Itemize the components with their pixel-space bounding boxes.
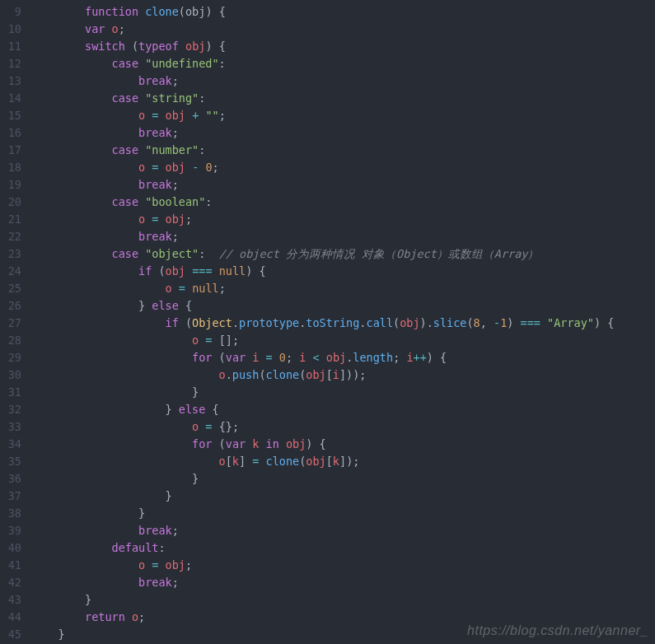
code-line: case "boolean":: [31, 194, 655, 211]
token-op: =: [266, 351, 273, 364]
code-line: }: [31, 591, 655, 609]
code-line: break;: [31, 574, 655, 591]
code-line: }: [31, 470, 655, 488]
line-number-gutter: 9101112131415161718192021222324252627282…: [0, 0, 31, 644]
line-number: 43: [0, 591, 21, 609]
code-line: o = obj;: [31, 211, 655, 228]
token-punc: {: [205, 403, 218, 416]
line-number: 20: [0, 194, 21, 211]
token-var: obj: [400, 316, 419, 329]
token-punc: ;: [286, 351, 299, 364]
line-number: 19: [0, 176, 21, 194]
token-plain: [279, 437, 286, 450]
token-var: i: [333, 368, 339, 381]
token-var: o: [192, 334, 199, 347]
token-param: obj: [185, 5, 205, 18]
line-number: 17: [0, 142, 21, 159]
token-punc: }: [58, 628, 65, 641]
code-line: case "string":: [31, 90, 655, 107]
token-kw: var: [85, 22, 105, 35]
code-line: for (var i = 0; i < obj.length; i++) {: [31, 349, 655, 366]
token-plain: [185, 161, 192, 174]
token-punc: {};: [219, 420, 239, 433]
token-fn: clone: [266, 368, 300, 381]
line-number: 22: [0, 228, 21, 245]
token-punc: ;: [172, 126, 179, 139]
token-plain: [105, 22, 111, 35]
line-number: 45: [0, 626, 21, 643]
token-str: "object": [145, 247, 199, 260]
line-number: 12: [0, 55, 21, 72]
line-number: 41: [0, 557, 21, 574]
token-num: 0: [205, 161, 212, 174]
token-op: =: [205, 334, 212, 347]
line-number: 25: [0, 280, 21, 297]
token-punc: ) {: [427, 351, 447, 364]
token-punc: }: [138, 506, 145, 520]
line-number: 13: [0, 72, 21, 90]
code-line: default:: [31, 539, 655, 557]
token-plain: [320, 351, 326, 364]
token-punc: }: [138, 299, 152, 312]
token-plain: [540, 316, 547, 329]
token-kw: case: [112, 195, 139, 208]
line-number: 16: [0, 124, 21, 142]
token-str: "undefined": [145, 57, 218, 70]
token-punc: ;: [172, 178, 179, 191]
token-punc: ;: [172, 524, 179, 537]
code-line: }: [31, 505, 655, 522]
token-fn: toString: [306, 316, 359, 329]
token-plain: [138, 195, 145, 208]
token-punc: :: [199, 91, 205, 105]
token-num: 8: [474, 316, 480, 329]
token-plain: [179, 40, 185, 53]
line-number: 33: [0, 418, 21, 436]
token-kw: return: [85, 610, 125, 623]
token-punc: ) {: [205, 40, 225, 53]
token-punc: ]: [239, 455, 252, 468]
line-number: 24: [0, 263, 21, 280]
line-number: 23: [0, 245, 21, 263]
token-kw: if: [138, 264, 152, 278]
token-punc: ;: [119, 22, 125, 35]
token-punc: ;: [172, 230, 179, 243]
token-kw: break: [138, 576, 172, 589]
token-punc: }: [192, 472, 199, 485]
token-kw: break: [138, 74, 172, 87]
token-plain: [138, 143, 145, 156]
token-plain: [138, 91, 145, 105]
token-punc: ) {: [594, 316, 614, 329]
line-number: 11: [0, 38, 21, 55]
token-plain: [158, 161, 165, 174]
token-plain: [138, 57, 145, 70]
token-kw: in: [266, 437, 279, 450]
token-var: i: [406, 351, 413, 364]
token-kw: var: [226, 351, 246, 364]
token-var: o: [112, 22, 119, 35]
code-line: o.push(clone(obj[i]));: [31, 366, 655, 384]
code-line: break;: [31, 522, 655, 539]
token-plain: [158, 212, 165, 226]
token-punc: ;: [172, 74, 179, 87]
code-line: if (obj === null) {: [31, 263, 655, 280]
token-punc: [: [226, 455, 232, 468]
token-kw: for: [192, 351, 212, 364]
token-kw: switch: [85, 40, 125, 53]
line-number: 44: [0, 609, 21, 626]
code-line: o = obj - 0;: [31, 159, 655, 176]
code-line: o = obj + "";: [31, 107, 655, 124]
token-punc: .: [359, 316, 366, 329]
token-var: obj: [166, 109, 185, 122]
token-punc: ).: [420, 316, 433, 329]
token-punc: ;: [185, 558, 192, 572]
token-punc: :: [199, 143, 205, 156]
token-plain: [185, 109, 192, 122]
token-fn: push: [232, 368, 260, 381]
token-kw: default: [112, 541, 159, 554]
token-punc: (: [219, 351, 226, 364]
token-kw: function: [85, 5, 138, 18]
token-op: ===: [192, 264, 212, 278]
token-plain: [205, 247, 218, 260]
token-var: obj: [166, 212, 185, 226]
token-prop: length: [353, 351, 393, 364]
